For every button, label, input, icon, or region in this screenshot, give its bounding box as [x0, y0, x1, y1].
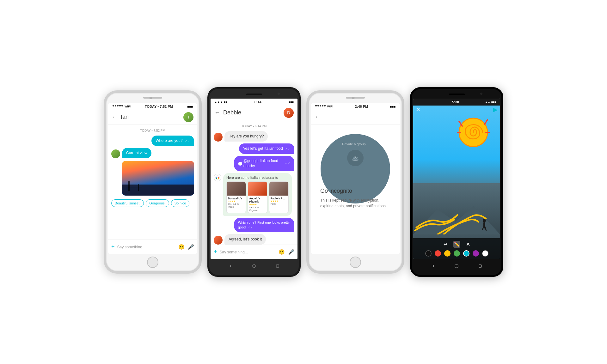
phone1-contact-name: Ian: [121, 114, 183, 120]
bubble-yes-italian: Yes let's get Italian food ✓✓: [239, 143, 294, 154]
restaurant-3-stars: ★★★★: [271, 200, 287, 203]
color-white[interactable]: [482, 250, 488, 257]
phone2-home-nav[interactable]: [251, 263, 257, 269]
svg-point-0: [215, 176, 219, 180]
bubble-hey-hungry: Hey are you hungry?: [224, 131, 268, 142]
phone2-emoji-icon[interactable]: 🙂: [279, 249, 285, 255]
svg-marker-25: [432, 265, 434, 267]
phone2-recents-nav[interactable]: [274, 263, 281, 269]
check-icon-4: ✓✓: [248, 226, 253, 229]
assistant-bubble: Here are some Italian restaurants Donate…: [223, 173, 292, 215]
smart-reply-sonice[interactable]: So nice: [171, 199, 190, 207]
bridge-post2: [138, 184, 139, 191]
phone4-home-nav[interactable]: [453, 263, 460, 269]
phone1-back-button[interactable]: ←: [112, 114, 118, 120]
phone1-header: ← Ian I: [108, 110, 197, 124]
phone2-screen: ▲▲▲ ■■ 6:14 ■■■ ← Debbie D TODAY • 6:14 …: [211, 99, 297, 259]
restaurant-1-info: $$ • 0.1 mi: [228, 203, 244, 205]
phone4-nav-bar: [412, 260, 501, 272]
doodle-send-button[interactable]: ▶: [493, 106, 498, 113]
doodle-undo-button[interactable]: ↩: [442, 241, 449, 248]
phone1-signal: WiFi: [113, 105, 131, 108]
smart-reply-sunset[interactable]: Beautiful sunset!: [111, 199, 144, 207]
color-green[interactable]: [454, 250, 460, 257]
phone1-input-bar: + Say something... 🙂 🎤: [108, 240, 197, 254]
debbie-avatar-2: [214, 236, 223, 245]
phone2-text-input[interactable]: Say something...: [220, 250, 276, 254]
phone2-back-nav[interactable]: [227, 263, 234, 269]
color-yellow[interactable]: [444, 250, 451, 257]
phone2-plus-button[interactable]: +: [214, 249, 217, 255]
restaurant-cards: Donatello's ★★★★ $$ • 0.1 mi Pizza: [226, 181, 289, 213]
doodle-close-button[interactable]: ✕: [416, 106, 420, 113]
phone2-signal: ▲▲▲ ■■: [214, 100, 227, 104]
phone3-status-bar: WiFi 2:46 PM ■■■: [311, 103, 400, 110]
phone2-time: 6:14: [254, 100, 261, 104]
color-purple[interactable]: [473, 250, 479, 257]
back-nav-icon: [228, 264, 233, 268]
phone-1-iphone: WiFi TODAY • 7:52 PM ■■■ ← Ian I G TODAY…: [104, 90, 202, 274]
phone2-back-button[interactable]: ←: [214, 109, 220, 116]
svg-point-6: [252, 264, 256, 268]
incognito-hint-area: Private a group...: [342, 141, 369, 147]
doodle-text-button[interactable]: A: [465, 241, 472, 248]
phone1-mic-icon[interactable]: 🎤: [188, 244, 194, 250]
msg-agreed-row: Agreed, let's book it: [214, 234, 294, 245]
recents-nav-icon: [275, 264, 280, 268]
phone2-contact-name: Debbie: [223, 109, 284, 116]
phone-2-android: ▲▲▲ ■■ 6:14 ■■■ ← Debbie D TODAY • 6:14 …: [207, 87, 301, 277]
restaurant-card-3-body: Paolo's Pi... ★★★★ Pizza: [269, 196, 288, 207]
phone4-camera: [480, 93, 482, 95]
ian-avatar-small: [111, 149, 120, 158]
incognito-description: This is kept secure with encryption, exp…: [320, 197, 390, 209]
phone4-recents-nav[interactable]: [477, 263, 483, 269]
phone-3-iphone: WiFi 2:46 PM ■■■ ← Private a group...: [306, 90, 404, 274]
phone1-home-button[interactable]: [147, 257, 158, 268]
restaurant-img-2: [248, 182, 267, 196]
svg-point-3: [216, 178, 217, 179]
restaurant-card-2[interactable]: Angelo's Pizzeria ★★★★ $ • 0.3 mi Organi…: [248, 181, 267, 213]
phone4-status-bar: 5:30 ▲▲ ■■■: [413, 99, 500, 106]
incognito-hat-bg: [347, 150, 364, 166]
svg-marker-5: [230, 265, 231, 267]
incognito-icon-svg: [351, 153, 360, 163]
phone1-text-input[interactable]: Say something...: [117, 245, 176, 249]
message-row-2: Current view: [111, 148, 194, 158]
restaurant-img-3: [269, 182, 288, 196]
bubble-at-google: ⬤ @google Italian food nearby ✓✓: [234, 156, 294, 172]
photo-silhouette: [122, 185, 194, 196]
back-nav-icon-4: [431, 264, 435, 268]
svg-point-2: [218, 177, 219, 178]
restaurant-2-type: Organic: [249, 209, 266, 212]
assistant-icon: [214, 174, 221, 181]
phone2-mic-icon[interactable]: 🎤: [288, 249, 294, 255]
color-teal[interactable]: [463, 250, 469, 257]
doodle-pencil-button[interactable]: ✏️: [453, 241, 460, 248]
phone4-speaker: [449, 94, 465, 95]
phones-container: WiFi TODAY • 7:52 PM ■■■ ← Ian I G TODAY…: [91, 75, 516, 289]
phone2-nav-bar: [209, 260, 299, 272]
check-icon-3: ✓✓: [285, 161, 290, 166]
phone2-input-icons: 🙂 🎤: [279, 249, 294, 255]
bubble-where-are-you: Where are you? ✓✓: [151, 136, 194, 146]
google-assistant-svg: [215, 175, 220, 180]
phone1-plus-button[interactable]: +: [111, 244, 115, 250]
svg-rect-7: [276, 265, 279, 267]
svg-rect-27: [479, 265, 481, 267]
color-black[interactable]: [425, 250, 432, 257]
phone1-emoji-icon[interactable]: 🙂: [178, 244, 185, 250]
smart-reply-gorgeous[interactable]: Gorgeous!: [146, 199, 169, 207]
phone3-home-button[interactable]: [350, 257, 361, 268]
phone2-camera: [278, 93, 280, 95]
phone2-contact-avatar: D: [284, 108, 294, 118]
phone4-back-nav[interactable]: [430, 263, 436, 269]
phone2-header: ← Debbie D: [211, 106, 297, 120]
doodle-top-controls: ✕ ▶: [416, 106, 498, 113]
phone3-back-button[interactable]: ←: [315, 114, 320, 120]
bridge-post1: [128, 181, 130, 191]
restaurant-card-1[interactable]: Donatello's ★★★★ $$ • 0.1 mi Pizza: [226, 181, 246, 213]
incognito-title: Go incognito: [320, 188, 390, 194]
restaurant-card-3[interactable]: Paolo's Pi... ★★★★ Pizza: [269, 181, 289, 213]
phone3-camera: [352, 97, 355, 99]
color-red[interactable]: [435, 250, 441, 257]
